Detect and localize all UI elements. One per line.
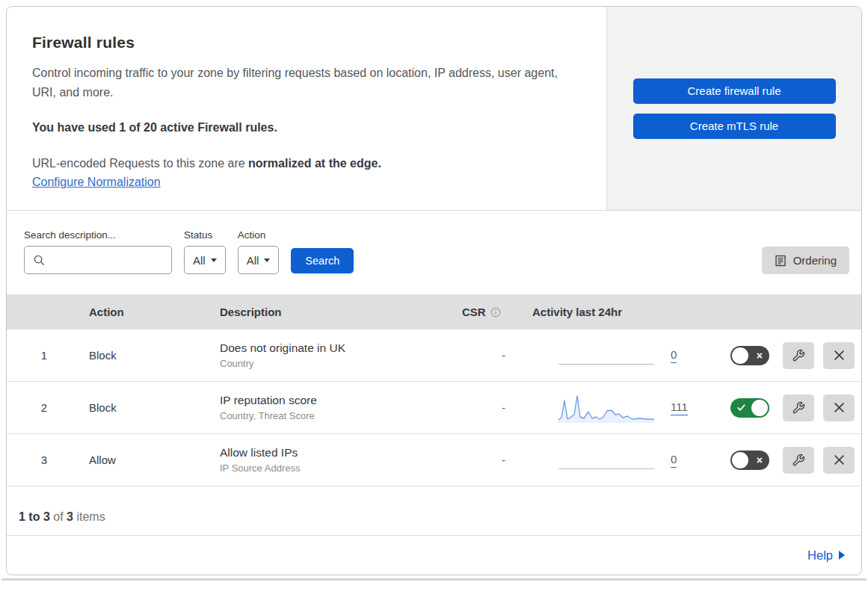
search-input[interactable] (51, 254, 156, 266)
toggle-on-check-icon (736, 398, 746, 418)
rule-activity-cell: 0 (519, 445, 698, 475)
toggle-knob (751, 400, 768, 416)
delete-rule-button[interactable] (823, 342, 855, 369)
rule-action: Allow (81, 454, 212, 466)
rule-description-cell: IP reputation score Country, Threat Scor… (212, 394, 452, 421)
rule-controls: × (698, 447, 861, 474)
status-filter-group: Status All (184, 229, 226, 274)
delete-rule-button[interactable] (823, 394, 855, 421)
rule-enabled-toggle[interactable]: × (730, 346, 769, 365)
page-title: Firewall rules (32, 34, 576, 52)
ordering-button-label: Ordering (793, 254, 837, 267)
search-button[interactable]: Search (291, 248, 354, 273)
help-link[interactable]: Help (807, 548, 833, 563)
toggle-off-x-icon: × (757, 346, 763, 365)
ordering-button[interactable]: Ordering (762, 247, 849, 274)
help-row: Help (7, 536, 861, 575)
rule-fields: IP Source Address (220, 462, 452, 474)
rule-activity-cell: 111 (519, 393, 698, 423)
status-label: Status (184, 229, 226, 241)
rule-activity-cell: 0 (519, 341, 698, 371)
action-selected-value: All (247, 254, 259, 267)
table-row: 2 Block IP reputation score Country, Thr… (7, 382, 861, 434)
activity-count-link[interactable]: 0 (671, 453, 677, 468)
action-filter-group: Action All (238, 229, 280, 274)
help-arrow-icon (839, 551, 845, 560)
table-row: 3 Allow Allow listed IPs IP Source Addre… (7, 434, 861, 486)
rule-csr-value: - (452, 454, 519, 466)
rule-enabled-toggle[interactable] (730, 398, 769, 418)
pagination-items: items (76, 510, 105, 523)
status-select[interactable]: All (184, 246, 226, 274)
rule-controls: × (698, 342, 861, 369)
firewall-rules-page: Firewall rules Control incoming traffic … (0, 6, 868, 581)
info-icon[interactable] (490, 307, 501, 318)
csr-column-header: CSR (452, 306, 519, 318)
search-field-group: Search description... (24, 229, 172, 274)
rule-priority: 2 (7, 401, 81, 414)
wrench-icon (792, 401, 805, 415)
rule-controls (698, 394, 861, 421)
description-column-header: Description (212, 306, 452, 318)
rule-csr-value: - (452, 401, 519, 414)
rule-priority: 1 (7, 349, 81, 362)
configure-normalization-link[interactable]: Configure Normalization (32, 176, 161, 188)
delete-rule-button[interactable] (823, 447, 855, 474)
close-icon (833, 454, 846, 466)
toggle-knob (732, 347, 748, 364)
pagination-summary: 1 to 3 of 3 items (7, 486, 861, 536)
chevron-down-icon (211, 259, 217, 262)
normalization-bold: normalized at the edge. (248, 157, 381, 170)
edit-rule-button[interactable] (783, 394, 814, 421)
activity-count-link[interactable]: 0 (671, 348, 677, 363)
search-icon (34, 255, 45, 266)
activity-column-header: Activity last 24hr (519, 306, 698, 318)
rule-action: Block (81, 401, 212, 414)
rule-fields: Country (220, 358, 452, 369)
cta-panel: Create firewall rule Create mTLS rule (606, 7, 861, 210)
activity-sparkline-flat (558, 341, 654, 371)
page-description: Control incoming traffic to your zone by… (32, 64, 576, 102)
close-icon (833, 401, 846, 414)
activity-count-link[interactable]: 111 (671, 400, 688, 415)
filter-controls: Search description... Status All Action (24, 229, 354, 274)
rules-table: Action Description CSR Activity last 24h… (7, 294, 861, 486)
edit-rule-button[interactable] (783, 447, 814, 474)
next-section-edge (1, 578, 867, 581)
filter-bar: Search description... Status All Action (7, 211, 861, 294)
table-header-row: Action Description CSR Activity last 24h… (7, 294, 861, 329)
list-document-icon (775, 255, 787, 267)
action-label: Action (238, 229, 280, 241)
create-mtls-rule-button[interactable]: Create mTLS rule (633, 114, 836, 139)
table-row: 1 Block Does not originate in UK Country… (7, 329, 861, 382)
create-firewall-rule-button[interactable]: Create firewall rule (633, 78, 836, 104)
search-label: Search description... (24, 229, 172, 241)
intro-block: Firewall rules Control incoming traffic … (7, 7, 606, 210)
pagination-total: 3 (67, 510, 73, 523)
rule-description: IP reputation score (220, 394, 452, 407)
rule-enabled-toggle[interactable]: × (730, 451, 769, 470)
edit-rule-button[interactable] (783, 342, 814, 369)
normalization-prefix: URL-encoded Requests to this zone are (32, 157, 245, 170)
search-box[interactable] (24, 246, 172, 274)
toggle-knob (732, 452, 748, 468)
rule-fields: Country, Threat Score (220, 410, 452, 421)
rule-action: Block (81, 349, 212, 362)
pagination-range: 1 to 3 (19, 510, 50, 523)
close-icon (833, 349, 846, 362)
activity-sparkline (558, 393, 654, 423)
toggle-off-x-icon: × (757, 451, 763, 470)
rule-description-cell: Allow listed IPs IP Source Address (212, 446, 452, 474)
csr-header-label: CSR (462, 306, 486, 318)
rule-description: Allow listed IPs (220, 446, 452, 460)
usage-summary: You have used 1 of 20 active Firewall ru… (32, 121, 576, 134)
rule-description: Does not originate in UK (220, 341, 452, 355)
top-section: Firewall rules Control incoming traffic … (7, 7, 861, 211)
wrench-icon (792, 454, 805, 467)
pagination-of: of (53, 510, 63, 523)
action-column-header: Action (81, 306, 212, 318)
rule-csr-value: - (452, 349, 519, 362)
firewall-rules-card: Firewall rules Control incoming traffic … (6, 6, 862, 575)
rule-priority: 3 (7, 454, 81, 466)
action-select[interactable]: All (238, 246, 280, 274)
